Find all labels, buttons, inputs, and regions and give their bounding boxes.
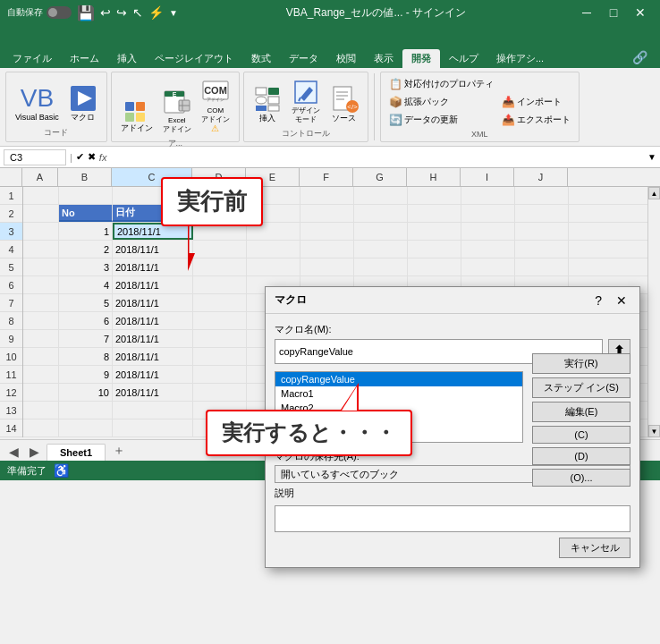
- tab-help[interactable]: ヘルプ: [440, 49, 487, 68]
- row-header-4[interactable]: 4: [0, 241, 22, 258]
- cell-i1[interactable]: [461, 187, 515, 204]
- cell-b2[interactable]: No: [59, 205, 113, 222]
- macro-list-item-macro1[interactable]: Macro1: [275, 386, 522, 401]
- tab-file[interactable]: ファイル: [4, 49, 61, 68]
- macro-help-button[interactable]: ?: [591, 293, 605, 308]
- tab-formula[interactable]: 数式: [242, 49, 280, 68]
- col-header-h[interactable]: H: [407, 168, 461, 186]
- cell-j4[interactable]: [515, 241, 569, 258]
- cell-a10[interactable]: [23, 348, 59, 365]
- visual-basic-button[interactable]: VB Visual Basic: [12, 81, 63, 125]
- macro-o-button[interactable]: (O)...: [532, 469, 630, 487]
- cell-d8[interactable]: [193, 312, 247, 329]
- cell-b11[interactable]: 9: [59, 366, 113, 383]
- cell-b6[interactable]: 4: [59, 276, 113, 293]
- cell-g1[interactable]: [354, 187, 408, 204]
- cell-i5[interactable]: [461, 258, 515, 275]
- expansion-pack-button[interactable]: 📦 拡張パック: [386, 94, 496, 110]
- tab-develop[interactable]: 開発: [402, 49, 440, 68]
- cell-h5[interactable]: [408, 258, 461, 275]
- addin-button[interactable]: アドイン: [117, 92, 157, 136]
- cell-a4[interactable]: [23, 241, 59, 258]
- tab-data[interactable]: データ: [280, 49, 327, 68]
- cell-f5[interactable]: [300, 258, 354, 275]
- macro-button[interactable]: マクロ: [65, 81, 101, 125]
- excel-addin-button[interactable]: E Excelアドイン: [159, 85, 195, 136]
- cell-j2[interactable]: [515, 205, 569, 222]
- cell-a8[interactable]: [23, 312, 59, 329]
- macro-description[interactable]: [275, 505, 630, 532]
- formula-expand-icon[interactable]: ▼: [647, 152, 656, 162]
- cell-f3[interactable]: [300, 223, 354, 240]
- autosave-toggle[interactable]: [47, 6, 72, 19]
- save-icon[interactable]: 💾: [77, 4, 95, 21]
- close-button[interactable]: ✕: [628, 0, 653, 25]
- lightning-icon[interactable]: ⚡: [148, 5, 164, 20]
- macro-cancel-button[interactable]: キャンセル: [559, 538, 630, 558]
- scroll-track[interactable]: [648, 199, 660, 425]
- row-header-14[interactable]: 14: [0, 419, 22, 437]
- cell-d12[interactable]: [193, 384, 247, 401]
- tab-review[interactable]: 校閲: [327, 49, 365, 68]
- cell-h1[interactable]: [408, 187, 461, 204]
- cell-f1[interactable]: [300, 187, 354, 204]
- cell-j1[interactable]: [515, 187, 569, 204]
- source-button[interactable]: </> ソース: [326, 82, 362, 126]
- cell-i3[interactable]: [461, 223, 515, 240]
- cell-b13[interactable]: [59, 402, 113, 419]
- macro-d-button[interactable]: (D): [532, 447, 630, 465]
- cell-a7[interactable]: [23, 294, 59, 311]
- scroll-up-button[interactable]: ▲: [648, 187, 660, 199]
- row-header-6[interactable]: 6: [0, 276, 22, 294]
- col-header-a[interactable]: A: [22, 168, 58, 186]
- import-button[interactable]: 📥 インポート: [499, 94, 573, 110]
- com-addin-button[interactable]: COM アドイン COMアドイン ⚠: [198, 75, 233, 136]
- cell-i2[interactable]: [461, 205, 515, 222]
- cell-h2[interactable]: [408, 205, 461, 222]
- design-mode-button[interactable]: デザインモード: [288, 75, 324, 126]
- cell-a9[interactable]: [23, 330, 59, 347]
- cell-reference[interactable]: C3: [4, 149, 66, 165]
- row-header-2[interactable]: 2: [0, 205, 22, 223]
- cell-c12[interactable]: 2018/11/1: [113, 384, 193, 401]
- cell-h3[interactable]: [408, 223, 461, 240]
- cell-a12[interactable]: [23, 384, 59, 401]
- add-sheet-button[interactable]: ＋: [107, 441, 131, 461]
- cell-c11[interactable]: 2018/11/1: [113, 366, 193, 383]
- row-header-12[interactable]: 12: [0, 384, 22, 402]
- cell-g5[interactable]: [354, 258, 408, 275]
- cell-d11[interactable]: [193, 366, 247, 383]
- row-header-11[interactable]: 11: [0, 366, 22, 384]
- sheet-prev-button[interactable]: ◀: [4, 443, 24, 461]
- insert-control-button[interactable]: 挿入: [250, 82, 285, 126]
- fx-label[interactable]: fx: [99, 152, 107, 163]
- macro-c-button[interactable]: (C): [532, 426, 630, 444]
- cell-c4[interactable]: 2018/11/1: [113, 241, 193, 258]
- col-header-i[interactable]: I: [461, 168, 514, 186]
- mapping-props-button[interactable]: 📋 対応付けのプロパティ: [386, 76, 496, 92]
- col-header-g[interactable]: G: [353, 168, 407, 186]
- cell-a1[interactable]: [23, 187, 59, 204]
- cell-b8[interactable]: 6: [59, 312, 113, 329]
- tab-view[interactable]: 表示: [365, 49, 402, 68]
- sheet-tab-1[interactable]: Sheet1: [47, 444, 106, 461]
- col-header-f[interactable]: F: [300, 168, 353, 186]
- redo-icon[interactable]: ↪: [116, 5, 127, 20]
- cell-a14[interactable]: [23, 419, 59, 436]
- cell-h4[interactable]: [408, 241, 461, 258]
- row-header-1[interactable]: 1: [0, 187, 22, 205]
- row-header-3[interactable]: 3: [0, 223, 22, 241]
- cell-c6[interactable]: 2018/11/1: [113, 276, 193, 293]
- row-header-8[interactable]: 8: [0, 312, 22, 330]
- cell-c9[interactable]: 2018/11/1: [113, 330, 193, 347]
- cell-b4[interactable]: 2: [59, 241, 113, 258]
- col-header-b[interactable]: B: [58, 168, 112, 186]
- cell-c13[interactable]: [113, 402, 193, 419]
- tab-assist[interactable]: 操作アシ...: [487, 49, 553, 68]
- row-header-10[interactable]: 10: [0, 348, 22, 366]
- row-header-5[interactable]: 5: [0, 258, 22, 276]
- dropdown-icon[interactable]: ▼: [169, 8, 178, 18]
- cell-g3[interactable]: [354, 223, 408, 240]
- tab-insert[interactable]: 挿入: [108, 49, 146, 68]
- cell-f4[interactable]: [300, 241, 354, 258]
